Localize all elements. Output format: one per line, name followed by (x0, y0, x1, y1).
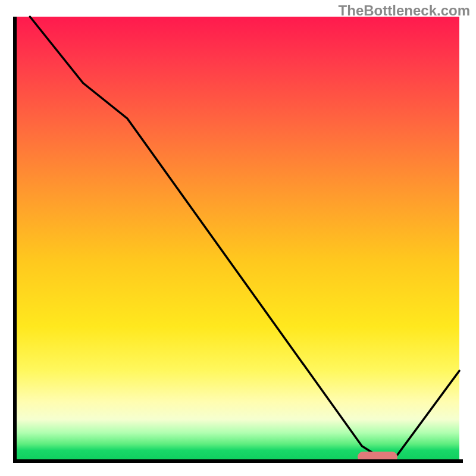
x-axis (13, 459, 463, 463)
watermark-text: TheBottleneck.com (339, 2, 470, 19)
bottleneck-curve (17, 17, 459, 459)
y-axis (13, 17, 17, 463)
chart (17, 17, 459, 459)
